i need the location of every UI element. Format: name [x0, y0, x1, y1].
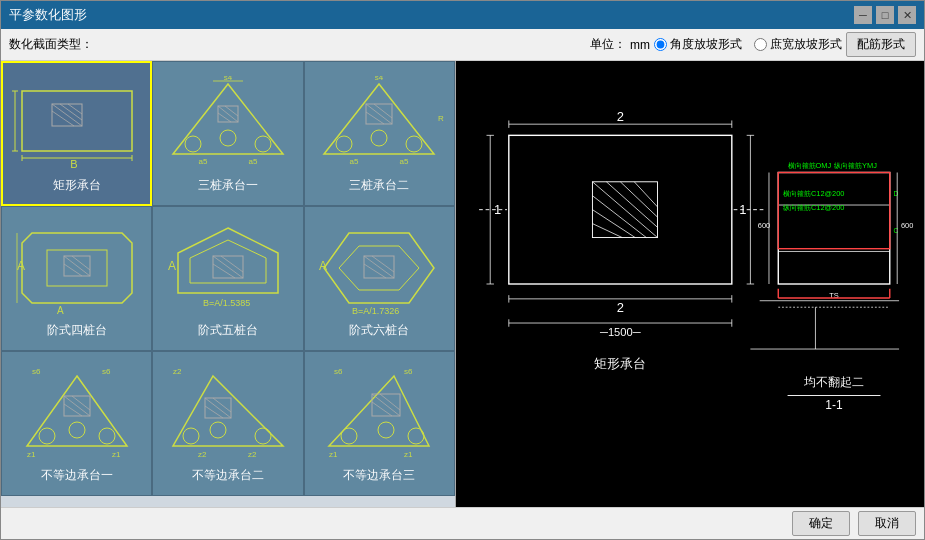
shape-canvas-5: A B=A/1.7326 [314, 218, 444, 318]
svg-text:均不翻起二: 均不翻起二 [803, 375, 864, 389]
svg-text:600: 600 [901, 221, 913, 230]
svg-text:纵向箍筋YMJ: 纵向箍筋YMJ [834, 161, 877, 170]
svg-line-100 [606, 182, 657, 228]
svg-line-31 [374, 104, 392, 118]
svg-text:B=A/1.7326: B=A/1.7326 [352, 306, 399, 316]
main-content: B 矩形承台 [1, 61, 924, 507]
svg-line-41 [72, 256, 90, 270]
peijin-button[interactable]: 配筋形式 [846, 32, 916, 57]
svg-rect-0 [22, 91, 132, 151]
svg-marker-55 [339, 246, 419, 290]
shape-canvas-0: B [12, 73, 142, 173]
svg-line-59 [364, 264, 386, 278]
shape-svg-4: A B=A/1.5385 [163, 218, 293, 318]
shape-canvas-2: s4 a5 a5 R [314, 73, 444, 173]
svg-text:横向箍筋C12@200: 横向箍筋C12@200 [783, 189, 845, 198]
ok-button[interactable]: 确定 [792, 511, 850, 536]
svg-point-65 [99, 428, 115, 444]
svg-line-19 [225, 106, 238, 116]
radio-width[interactable]: 庶宽放坡形式 [754, 36, 842, 53]
svg-point-77 [255, 428, 271, 444]
svg-text:─1500─: ─1500─ [599, 326, 641, 338]
shape-item-1[interactable]: s4 a5 a5 三桩承台一 [152, 61, 303, 206]
svg-line-103 [592, 196, 646, 238]
shape-label-5: 阶式六桩台 [349, 322, 409, 339]
shape-item-3[interactable]: A A 阶式四桩台 [1, 206, 152, 351]
shape-item-5[interactable]: A B=A/1.7326 阶式六桩台 [304, 206, 455, 351]
svg-marker-25 [324, 84, 434, 154]
svg-line-68 [72, 396, 90, 410]
svg-rect-38 [47, 250, 107, 286]
svg-line-91 [380, 394, 400, 410]
svg-point-15 [185, 136, 201, 152]
maximize-button[interactable]: □ [876, 6, 894, 24]
svg-marker-54 [324, 233, 434, 303]
svg-line-51 [213, 264, 235, 278]
shape-svg-6: s6 s6 z1 z1 [12, 366, 142, 461]
svg-text:A: A [168, 259, 176, 273]
svg-point-64 [39, 428, 55, 444]
svg-text:A: A [17, 259, 25, 273]
shape-canvas-7: z2 z2 z2 [163, 363, 293, 463]
cancel-button[interactable]: 取消 [858, 511, 916, 536]
radio-group: 角度放坡形式 庶宽放坡形式 [654, 36, 842, 53]
svg-text:s6: s6 [404, 367, 413, 376]
svg-line-32 [366, 112, 384, 124]
shape-item-7[interactable]: z2 z2 z2 不等边承台二 [152, 351, 303, 496]
main-window: 平参数化图形 ─ □ ✕ 数化截面类型： 单位： mm 角度放坡形式 庶宽放坡形… [0, 0, 925, 540]
cad-svg: 2 2 ─1500─ 1 1 [456, 61, 924, 507]
shape-label-3: 阶式四桩台 [47, 322, 107, 339]
section-type-label: 数化截面类型： [9, 36, 93, 53]
svg-marker-74 [173, 376, 283, 446]
shape-label-6: 不等边承台一 [41, 467, 113, 484]
radio-width-input[interactable] [754, 38, 767, 51]
minimize-button[interactable]: ─ [854, 6, 872, 24]
cad-view: 2 2 ─1500─ 1 1 [456, 61, 924, 507]
shape-item-6[interactable]: s6 s6 z1 z1 不等边承台一 [1, 351, 152, 496]
svg-text:a5: a5 [199, 157, 208, 166]
svg-line-92 [372, 402, 392, 416]
svg-text:2: 2 [617, 300, 624, 315]
svg-point-14 [220, 130, 236, 146]
shape-svg-8: s6 s6 z1 z1 [314, 366, 444, 461]
svg-point-63 [69, 422, 85, 438]
svg-point-76 [183, 428, 199, 444]
shape-item-0[interactable]: B 矩形承台 [1, 61, 152, 206]
svg-text:s6: s6 [334, 367, 343, 376]
svg-text:D: D [893, 190, 898, 197]
svg-marker-13 [173, 84, 283, 154]
svg-line-5 [68, 104, 82, 114]
svg-text:1-1: 1-1 [825, 398, 843, 412]
svg-point-86 [378, 422, 394, 438]
radio-angle[interactable]: 角度放坡形式 [654, 36, 742, 53]
radio-angle-input[interactable] [654, 38, 667, 51]
svg-point-26 [371, 130, 387, 146]
shape-svg-2: s4 a5 a5 R [314, 76, 444, 171]
shape-label-2: 三桩承台二 [349, 177, 409, 194]
unit-section: 单位： mm 角度放坡形式 庶宽放坡形式 配筋形式 [590, 32, 916, 57]
shape-canvas-8: s6 s6 z1 z1 [314, 363, 444, 463]
svg-line-81 [205, 406, 223, 418]
svg-line-42 [64, 264, 82, 276]
unit-value: mm [630, 38, 650, 52]
svg-text:B: B [70, 158, 77, 170]
svg-text:s4: s4 [224, 76, 233, 82]
svg-line-69 [64, 404, 82, 416]
shape-svg-7: z2 z2 z2 [163, 366, 293, 461]
shape-canvas-6: s6 s6 z1 z1 [12, 363, 142, 463]
shape-canvas-4: A B=A/1.5385 [163, 218, 293, 318]
svg-line-2 [52, 104, 82, 126]
title-bar: 平参数化图形 ─ □ ✕ [1, 1, 924, 29]
shape-item-4[interactable]: A B=A/1.5385 阶式五桩台 [152, 206, 303, 351]
svg-point-87 [341, 428, 357, 444]
close-button[interactable]: ✕ [898, 6, 916, 24]
bottom-bar: 确定 取消 [1, 507, 924, 539]
shape-item-2[interactable]: s4 a5 a5 R 三桩承台二 [304, 61, 455, 206]
svg-text:a5: a5 [249, 157, 258, 166]
shape-canvas-1: s4 a5 a5 [163, 73, 293, 173]
shape-item-8[interactable]: s6 s6 z1 z1 不等边承台三 [304, 351, 455, 496]
svg-text:z1: z1 [404, 450, 413, 459]
shape-label-8: 不等边承台三 [343, 467, 415, 484]
svg-text:s4: s4 [375, 76, 384, 82]
svg-line-99 [592, 182, 657, 238]
